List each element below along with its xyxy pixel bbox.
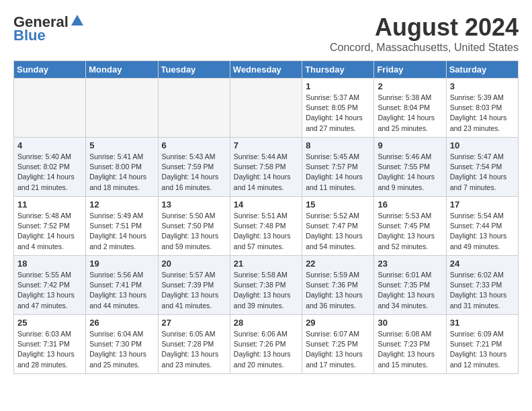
header-friday: Friday xyxy=(374,61,446,79)
day-number: 31 xyxy=(450,318,515,328)
calendar-cell: 12Sunrise: 5:49 AMSunset: 7:51 PMDayligh… xyxy=(86,197,158,256)
calendar-cell: 18Sunrise: 5:55 AMSunset: 7:42 PMDayligh… xyxy=(14,256,86,315)
day-number: 29 xyxy=(306,318,370,328)
header-row: SundayMondayTuesdayWednesdayThursdayFrid… xyxy=(14,61,519,79)
day-info: Sunrise: 5:37 AMSunset: 8:05 PMDaylight:… xyxy=(306,93,370,134)
day-number: 23 xyxy=(378,259,442,269)
day-info: Sunrise: 5:58 AMSunset: 7:38 PMDaylight:… xyxy=(234,270,298,311)
calendar-cell: 16Sunrise: 5:53 AMSunset: 7:45 PMDayligh… xyxy=(374,197,446,256)
calendar-cell: 7Sunrise: 5:44 AMSunset: 7:58 PMDaylight… xyxy=(230,138,302,197)
logo-icon xyxy=(70,13,85,28)
calendar-cell: 13Sunrise: 5:50 AMSunset: 7:50 PMDayligh… xyxy=(158,197,230,256)
day-number: 1 xyxy=(306,81,370,91)
day-info: Sunrise: 6:09 AMSunset: 7:21 PMDaylight:… xyxy=(450,329,515,370)
calendar-cell: 8Sunrise: 5:45 AMSunset: 7:57 PMDaylight… xyxy=(302,138,374,197)
day-info: Sunrise: 5:38 AMSunset: 8:04 PMDaylight:… xyxy=(378,93,442,134)
header-tuesday: Tuesday xyxy=(158,61,230,79)
day-number: 26 xyxy=(89,318,154,328)
day-info: Sunrise: 5:47 AMSunset: 7:54 PMDaylight:… xyxy=(450,152,515,193)
day-number: 20 xyxy=(162,259,226,269)
calendar-cell xyxy=(158,79,230,138)
day-number: 18 xyxy=(17,259,82,269)
logo-blue-text: Blue xyxy=(13,27,46,44)
day-info: Sunrise: 5:46 AMSunset: 7:55 PMDaylight:… xyxy=(378,152,442,193)
location-title: Concord, Massachusetts, United States xyxy=(330,42,519,54)
day-info: Sunrise: 5:57 AMSunset: 7:39 PMDaylight:… xyxy=(162,270,226,311)
calendar-cell: 23Sunrise: 6:01 AMSunset: 7:35 PMDayligh… xyxy=(374,256,446,315)
calendar-cell: 14Sunrise: 5:51 AMSunset: 7:48 PMDayligh… xyxy=(230,197,302,256)
calendar-cell: 21Sunrise: 5:58 AMSunset: 7:38 PMDayligh… xyxy=(230,256,302,315)
day-info: Sunrise: 5:44 AMSunset: 7:58 PMDaylight:… xyxy=(234,152,298,193)
calendar-cell: 6Sunrise: 5:43 AMSunset: 7:59 PMDaylight… xyxy=(158,138,230,197)
calendar-table: SundayMondayTuesdayWednesdayThursdayFrid… xyxy=(13,60,519,374)
calendar-cell: 29Sunrise: 6:07 AMSunset: 7:25 PMDayligh… xyxy=(302,315,374,374)
day-number: 2 xyxy=(378,81,442,91)
calendar-cell: 9Sunrise: 5:46 AMSunset: 7:55 PMDaylight… xyxy=(374,138,446,197)
day-info: Sunrise: 6:04 AMSunset: 7:30 PMDaylight:… xyxy=(89,329,154,370)
day-info: Sunrise: 5:59 AMSunset: 7:36 PMDaylight:… xyxy=(306,270,370,311)
day-info: Sunrise: 5:53 AMSunset: 7:45 PMDaylight:… xyxy=(378,211,442,252)
calendar-cell: 4Sunrise: 5:40 AMSunset: 8:02 PMDaylight… xyxy=(14,138,86,197)
calendar-cell: 20Sunrise: 5:57 AMSunset: 7:39 PMDayligh… xyxy=(158,256,230,315)
calendar-cell xyxy=(230,79,302,138)
calendar-cell: 5Sunrise: 5:41 AMSunset: 8:00 PMDaylight… xyxy=(86,138,158,197)
day-info: Sunrise: 5:45 AMSunset: 7:57 PMDaylight:… xyxy=(306,152,370,193)
day-number: 14 xyxy=(234,199,298,210)
day-number: 3 xyxy=(450,81,515,91)
day-info: Sunrise: 5:48 AMSunset: 7:52 PMDaylight:… xyxy=(17,211,82,252)
header-sunday: Sunday xyxy=(14,61,86,79)
day-number: 10 xyxy=(450,140,515,150)
calendar-cell: 28Sunrise: 6:06 AMSunset: 7:26 PMDayligh… xyxy=(230,315,302,374)
day-info: Sunrise: 5:54 AMSunset: 7:44 PMDaylight:… xyxy=(450,211,515,252)
calendar-body: 1Sunrise: 5:37 AMSunset: 8:05 PMDaylight… xyxy=(14,79,519,374)
day-number: 6 xyxy=(162,140,226,150)
day-info: Sunrise: 5:39 AMSunset: 8:03 PMDaylight:… xyxy=(450,93,515,134)
day-info: Sunrise: 6:05 AMSunset: 7:28 PMDaylight:… xyxy=(162,329,226,370)
calendar-cell: 31Sunrise: 6:09 AMSunset: 7:21 PMDayligh… xyxy=(446,315,518,374)
day-info: Sunrise: 6:02 AMSunset: 7:33 PMDaylight:… xyxy=(450,270,515,311)
calendar-row-4: 18Sunrise: 5:55 AMSunset: 7:42 PMDayligh… xyxy=(14,256,519,315)
day-number: 4 xyxy=(17,140,82,150)
day-info: Sunrise: 6:08 AMSunset: 7:23 PMDaylight:… xyxy=(378,329,442,370)
day-info: Sunrise: 5:43 AMSunset: 7:59 PMDaylight:… xyxy=(162,152,226,193)
day-number: 27 xyxy=(162,318,226,328)
month-title: August 2024 xyxy=(330,13,519,42)
day-number: 25 xyxy=(17,318,82,328)
day-info: Sunrise: 5:52 AMSunset: 7:47 PMDaylight:… xyxy=(306,211,370,252)
day-info: Sunrise: 5:41 AMSunset: 8:00 PMDaylight:… xyxy=(89,152,154,193)
calendar-cell: 3Sunrise: 5:39 AMSunset: 8:03 PMDaylight… xyxy=(446,79,518,138)
day-number: 12 xyxy=(89,199,154,210)
calendar-cell: 11Sunrise: 5:48 AMSunset: 7:52 PMDayligh… xyxy=(14,197,86,256)
day-number: 13 xyxy=(162,199,226,210)
day-number: 15 xyxy=(306,199,370,210)
day-number: 30 xyxy=(378,318,442,328)
svg-marker-0 xyxy=(71,15,83,26)
day-info: Sunrise: 6:01 AMSunset: 7:35 PMDaylight:… xyxy=(378,270,442,311)
day-info: Sunrise: 5:50 AMSunset: 7:50 PMDaylight:… xyxy=(162,211,226,252)
day-info: Sunrise: 5:51 AMSunset: 7:48 PMDaylight:… xyxy=(234,211,298,252)
logo: General Blue xyxy=(13,13,85,44)
calendar-row-1: 1Sunrise: 5:37 AMSunset: 8:05 PMDaylight… xyxy=(14,79,519,138)
day-number: 16 xyxy=(378,199,442,210)
day-number: 19 xyxy=(89,259,154,269)
calendar-title-area: August 2024 Concord, Massachusetts, Unit… xyxy=(330,13,519,54)
calendar-cell: 24Sunrise: 6:02 AMSunset: 7:33 PMDayligh… xyxy=(446,256,518,315)
day-number: 5 xyxy=(89,140,154,150)
day-info: Sunrise: 6:06 AMSunset: 7:26 PMDaylight:… xyxy=(234,329,298,370)
calendar-cell: 25Sunrise: 6:03 AMSunset: 7:31 PMDayligh… xyxy=(14,315,86,374)
day-info: Sunrise: 5:55 AMSunset: 7:42 PMDaylight:… xyxy=(17,270,82,311)
calendar-cell: 1Sunrise: 5:37 AMSunset: 8:05 PMDaylight… xyxy=(302,79,374,138)
day-info: Sunrise: 5:56 AMSunset: 7:41 PMDaylight:… xyxy=(89,270,154,311)
calendar-cell xyxy=(14,79,86,138)
calendar-row-2: 4Sunrise: 5:40 AMSunset: 8:02 PMDaylight… xyxy=(14,138,519,197)
day-info: Sunrise: 5:49 AMSunset: 7:51 PMDaylight:… xyxy=(89,211,154,252)
day-number: 7 xyxy=(234,140,298,150)
day-number: 11 xyxy=(17,199,82,210)
calendar-cell: 30Sunrise: 6:08 AMSunset: 7:23 PMDayligh… xyxy=(374,315,446,374)
day-number: 21 xyxy=(234,259,298,269)
calendar-cell: 27Sunrise: 6:05 AMSunset: 7:28 PMDayligh… xyxy=(158,315,230,374)
calendar-cell: 19Sunrise: 5:56 AMSunset: 7:41 PMDayligh… xyxy=(86,256,158,315)
calendar-cell: 22Sunrise: 5:59 AMSunset: 7:36 PMDayligh… xyxy=(302,256,374,315)
header-saturday: Saturday xyxy=(446,61,518,79)
day-info: Sunrise: 6:07 AMSunset: 7:25 PMDaylight:… xyxy=(306,329,370,370)
